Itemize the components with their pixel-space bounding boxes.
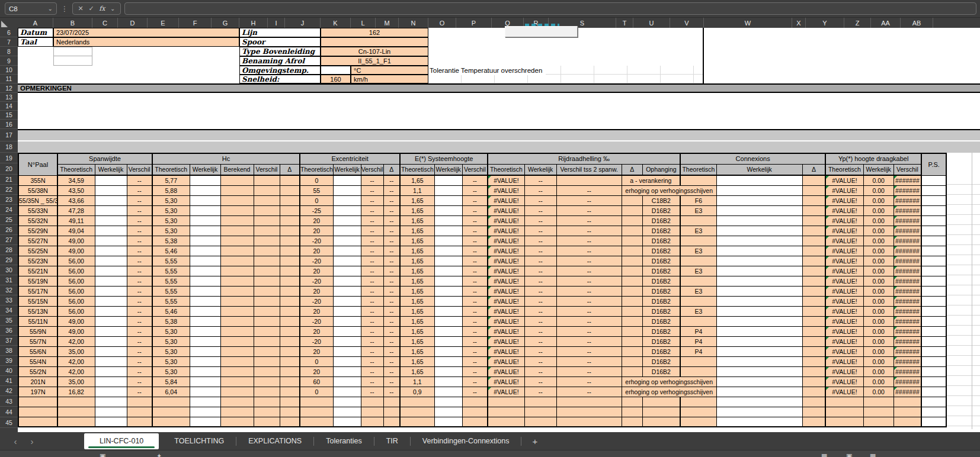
cell-exc_delta[interactable]: -- bbox=[383, 205, 400, 215]
cell-e_versch[interactable]: -- bbox=[462, 266, 488, 276]
cell-ps[interactable] bbox=[921, 296, 946, 306]
cell-empty[interactable] bbox=[863, 407, 893, 417]
cell-empty[interactable] bbox=[95, 397, 127, 407]
sheet-tab-TOELICHTING[interactable]: TOELICHTING bbox=[162, 432, 236, 450]
cell-empty[interactable] bbox=[254, 407, 280, 417]
cell-e_versch[interactable]: -- bbox=[462, 387, 488, 397]
cell-exc_delta[interactable]: -- bbox=[383, 226, 400, 236]
cell-rij_theo[interactable]: #VALUE! bbox=[488, 236, 524, 246]
cell-ps[interactable] bbox=[921, 236, 946, 246]
cell-hc_werk[interactable] bbox=[190, 346, 220, 356]
cell-hc_werk[interactable] bbox=[190, 266, 220, 276]
cell-paal[interactable]: 55/17N bbox=[18, 286, 57, 296]
cell-ps[interactable] bbox=[921, 306, 946, 316]
cell-yp_versch[interactable]: ####### bbox=[893, 246, 921, 256]
cell-yp_versch[interactable]: ####### bbox=[893, 185, 921, 195]
row-header-7[interactable]: 7 bbox=[0, 37, 18, 47]
cell-empty[interactable] bbox=[361, 407, 383, 417]
cell-e_versch[interactable]: -- bbox=[462, 356, 488, 366]
cell-rij_theo[interactable]: #VALUE! bbox=[488, 356, 524, 366]
cell-e_theo[interactable]: 1,65 bbox=[400, 336, 434, 346]
cell-hc_delta[interactable] bbox=[280, 366, 300, 376]
cell-hc_delta[interactable] bbox=[280, 306, 300, 316]
cell-conn_werk[interactable] bbox=[716, 316, 802, 326]
cell-ophanging[interactable]: D16B2 bbox=[642, 346, 680, 356]
cell-rij_delta[interactable] bbox=[622, 316, 642, 326]
cell-yp_theo[interactable]: #VALUE! bbox=[825, 215, 863, 226]
row-header-40[interactable]: 40 bbox=[0, 366, 18, 376]
cell-conn_theo[interactable] bbox=[680, 175, 716, 185]
cell-hc_versch[interactable] bbox=[254, 366, 280, 376]
cell-span_werk[interactable] bbox=[95, 246, 127, 256]
cell-hc_berekend[interactable] bbox=[220, 195, 254, 205]
row-header-37[interactable]: 37 bbox=[0, 336, 18, 346]
cell-rij_delta[interactable] bbox=[622, 205, 642, 215]
type-bovenleiding-value-cell[interactable]: Cn-107-Lin bbox=[321, 47, 428, 56]
cell-span_versch[interactable]: -- bbox=[127, 306, 152, 316]
cell-span_werk[interactable] bbox=[95, 256, 127, 266]
cell-empty[interactable] bbox=[642, 407, 680, 417]
omgevingstemp-label-cell[interactable]: Omgevingstemp. bbox=[239, 66, 321, 75]
cell-yp_versch[interactable]: ####### bbox=[893, 336, 921, 346]
cell-empty[interactable] bbox=[127, 407, 152, 417]
cell-span_versch[interactable]: -- bbox=[127, 236, 152, 246]
cell-exc_theo[interactable]: -20 bbox=[300, 336, 333, 346]
cell-yp_theo[interactable]: #VALUE! bbox=[825, 256, 863, 266]
cell-conn_delta[interactable] bbox=[802, 387, 825, 397]
cell-rij_versch[interactable]: -- bbox=[556, 195, 622, 205]
cell-yp_theo[interactable]: #VALUE! bbox=[825, 387, 863, 397]
cell-e_theo[interactable]: 1,65 bbox=[400, 366, 434, 376]
cell-yp_werk[interactable]: 0.00 bbox=[863, 266, 893, 276]
cell-conn_delta[interactable] bbox=[802, 195, 825, 205]
cell-e_versch[interactable]: -- bbox=[462, 175, 488, 185]
cell-conn_theo[interactable]: E3 bbox=[680, 286, 716, 296]
cell-yp_theo[interactable]: #VALUE! bbox=[825, 266, 863, 276]
cell-yp_theo[interactable]: #VALUE! bbox=[825, 336, 863, 346]
cell-empty[interactable] bbox=[333, 397, 361, 407]
cell-yp_versch[interactable]: ####### bbox=[893, 366, 921, 376]
cell-exc_werk[interactable] bbox=[333, 256, 361, 266]
cell-exc_theo[interactable]: 20 bbox=[300, 366, 333, 376]
cell-paal[interactable]: 55/35N _ 55/36N bbox=[18, 195, 57, 205]
cell-empty[interactable] bbox=[680, 397, 716, 407]
cell-ophanging[interactable]: D16B2 bbox=[642, 205, 680, 215]
cell-hc_berekend[interactable] bbox=[220, 226, 254, 236]
cell-empty[interactable] bbox=[333, 407, 361, 417]
row-header-12[interactable]: 12 bbox=[0, 83, 18, 93]
row-header-27[interactable]: 27 bbox=[0, 235, 18, 245]
cell-yp_versch[interactable]: ####### bbox=[893, 266, 921, 276]
cell-yp_theo[interactable]: #VALUE! bbox=[825, 175, 863, 185]
cell-conn_theo[interactable] bbox=[680, 296, 716, 306]
cell-yp_theo[interactable]: #VALUE! bbox=[825, 366, 863, 376]
cell-exc_delta[interactable]: -- bbox=[383, 256, 400, 266]
cell-exc_werk[interactable] bbox=[333, 195, 361, 205]
cell-span_theo[interactable]: 56,00 bbox=[57, 266, 95, 276]
cell-yp_werk[interactable]: 0.00 bbox=[863, 316, 893, 326]
cell-hc_werk[interactable] bbox=[190, 376, 220, 387]
cell-conn_werk[interactable] bbox=[716, 195, 802, 205]
cell-ophanging[interactable]: D16B2 bbox=[642, 316, 680, 326]
cell-e_versch[interactable]: -- bbox=[462, 246, 488, 256]
cell-e_theo[interactable]: 1,65 bbox=[400, 226, 434, 236]
tabs-scroll-left-icon[interactable]: ‹ bbox=[8, 436, 23, 446]
cell-hc_theo[interactable]: 5,84 bbox=[152, 376, 190, 387]
cell-exc_delta[interactable]: -- bbox=[383, 366, 400, 376]
cell-yp_versch[interactable]: ####### bbox=[893, 316, 921, 326]
view-normal-icon[interactable]: ▦ bbox=[821, 452, 827, 457]
cell-empty[interactable] bbox=[400, 407, 434, 417]
cell-empty[interactable] bbox=[802, 397, 825, 407]
cell-hc_theo[interactable]: 5,30 bbox=[152, 215, 190, 226]
cell-empty[interactable] bbox=[220, 407, 254, 417]
cell-yp_werk[interactable]: 0.00 bbox=[863, 185, 893, 195]
cell-hc_berekend[interactable] bbox=[220, 326, 254, 336]
cell-hc_werk[interactable] bbox=[190, 236, 220, 246]
cell-hc_theo[interactable]: 5,46 bbox=[152, 246, 190, 256]
cell-empty[interactable] bbox=[95, 417, 127, 427]
cell-hc_theo[interactable]: 5,30 bbox=[152, 326, 190, 336]
cell-ophanging[interactable]: D16B2 bbox=[642, 366, 680, 376]
cell-exc_werk[interactable] bbox=[333, 336, 361, 346]
cell-rij_theo[interactable]: #VALUE! bbox=[488, 346, 524, 356]
cell-hc_theo[interactable]: 5,88 bbox=[152, 185, 190, 195]
cell-rij_werk[interactable]: -- bbox=[524, 236, 556, 246]
column-header-M[interactable]: M bbox=[376, 18, 399, 28]
